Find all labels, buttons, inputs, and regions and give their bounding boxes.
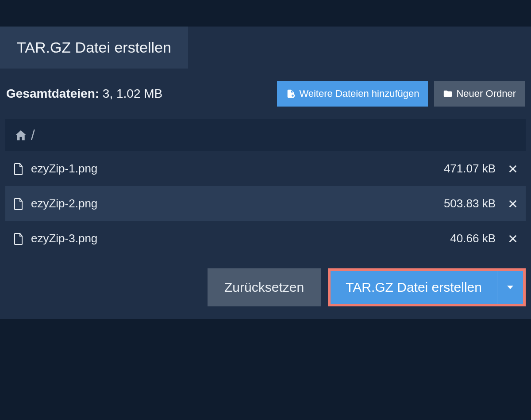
footer-actions: Zurücksetzen TAR.GZ Datei erstellen xyxy=(0,256,531,313)
file-summary: Gesamtdateien: 3, 1.02 MB xyxy=(6,87,271,101)
file-name: ezyZip-1.png xyxy=(31,162,437,176)
add-files-label: Weitere Dateien hinzufügen xyxy=(299,88,419,99)
caret-down-icon xyxy=(507,286,513,289)
file-icon xyxy=(13,233,24,245)
summary-value: 3, 1.02 MB xyxy=(103,87,162,100)
toolbar: Gesamtdateien: 3, 1.02 MB Weitere Dateie… xyxy=(0,69,531,119)
file-name: ezyZip-2.png xyxy=(31,197,437,210)
file-list: ezyZip-1.png 471.07 kB ezyZip-2.png 503.… xyxy=(5,151,526,256)
file-add-icon xyxy=(286,89,296,99)
file-row[interactable]: ezyZip-3.png 40.66 kB xyxy=(5,221,526,256)
file-icon xyxy=(13,198,24,210)
create-button-highlight: TAR.GZ Datei erstellen xyxy=(328,268,526,306)
tab-title: TAR.GZ Datei erstellen xyxy=(0,27,188,69)
file-size: 503.83 kB xyxy=(444,197,496,210)
remove-file-button[interactable] xyxy=(508,164,518,174)
new-folder-button[interactable]: Neuer Ordner xyxy=(434,81,525,107)
create-archive-dropdown-button[interactable] xyxy=(497,271,523,304)
reset-button[interactable]: Zurücksetzen xyxy=(208,268,321,306)
file-icon xyxy=(13,163,24,175)
main-panel: TAR.GZ Datei erstellen Gesamtdateien: 3,… xyxy=(0,27,531,319)
create-archive-button[interactable]: TAR.GZ Datei erstellen xyxy=(331,271,497,304)
summary-label: Gesamtdateien: xyxy=(6,87,99,100)
remove-file-button[interactable] xyxy=(508,199,518,209)
file-row[interactable]: ezyZip-2.png 503.83 kB xyxy=(5,186,526,221)
add-files-button[interactable]: Weitere Dateien hinzufügen xyxy=(277,81,428,107)
breadcrumb[interactable]: / xyxy=(5,119,526,151)
file-name: ezyZip-3.png xyxy=(31,232,443,245)
folder-icon xyxy=(443,89,453,99)
home-icon xyxy=(14,129,27,142)
file-size: 40.66 kB xyxy=(450,232,496,245)
remove-file-button[interactable] xyxy=(508,234,518,244)
file-row[interactable]: ezyZip-1.png 471.07 kB xyxy=(5,151,526,186)
breadcrumb-path: / xyxy=(31,127,35,143)
new-folder-label: Neuer Ordner xyxy=(456,88,516,99)
file-size: 471.07 kB xyxy=(444,162,496,176)
